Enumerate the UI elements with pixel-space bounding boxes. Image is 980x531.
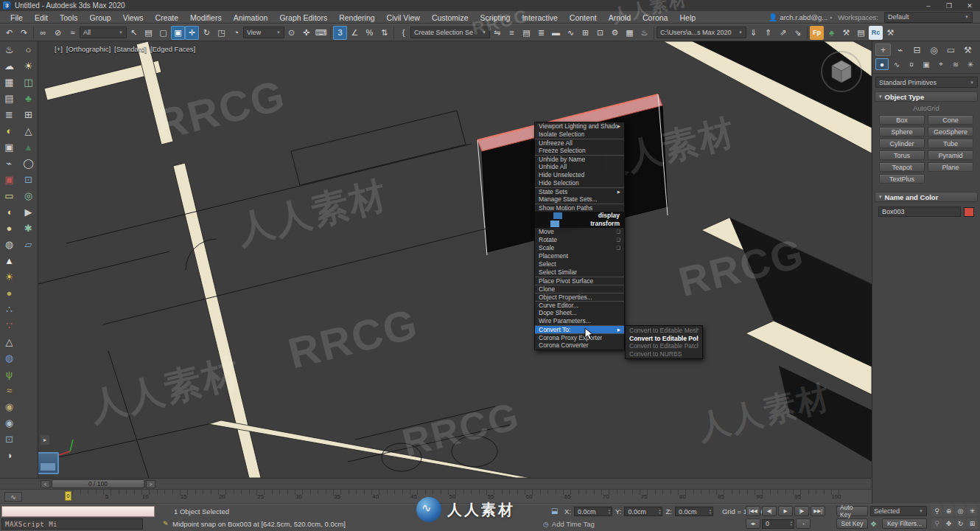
y-coordinate-input[interactable]: 0.0cm ▴▾ bbox=[624, 507, 662, 516]
menu-item[interactable]: Interactive bbox=[516, 12, 563, 24]
viewport[interactable]: [+] [Orthographic] [Standard] [Edged Fac… bbox=[38, 41, 872, 478]
current-frame-input[interactable]: 0 ▴▾ bbox=[762, 519, 794, 529]
redo-icon[interactable]: ↷ bbox=[17, 26, 31, 40]
tab-motion[interactable]: ◎ bbox=[926, 44, 942, 56]
quad-menu-item[interactable]: Rotate bbox=[535, 236, 624, 244]
unlink-selection-icon[interactable]: ⊘ bbox=[51, 26, 65, 40]
quad-menu-item[interactable]: Place Pivot Surface bbox=[535, 277, 624, 285]
scatter-icon[interactable]: ∴ bbox=[0, 301, 18, 317]
bind-to-space-warp-icon[interactable]: ≈ bbox=[66, 26, 80, 40]
render-production-icon[interactable]: ♨ bbox=[637, 26, 651, 40]
viewport-menu-edged-faces[interactable]: [Edged Faces] bbox=[150, 45, 195, 53]
name-color-rollout[interactable]: ▾ Name and Color bbox=[875, 192, 978, 202]
cat-spacewarps[interactable]: ≋ bbox=[949, 58, 962, 70]
cone-light-icon[interactable]: ▲ bbox=[0, 252, 18, 268]
camera-match-icon[interactable]: ▣ bbox=[0, 139, 18, 155]
x-coordinate-input[interactable]: 0.0cm ▴▾ bbox=[574, 507, 612, 516]
time-slider-next-button[interactable]: > bbox=[146, 480, 155, 488]
maxscript-macro-recorder[interactable] bbox=[1, 506, 155, 517]
select-place-icon[interactable]: ◔ bbox=[229, 26, 243, 40]
reference-coordinate-dropdown[interactable]: View▼ bbox=[243, 27, 284, 38]
select-manipulate-icon[interactable]: ✜ bbox=[299, 26, 313, 40]
quad-menu-item[interactable]: Isolate Selection bbox=[535, 131, 624, 139]
quad-menu-item[interactable]: Corona Proxy Exporter bbox=[535, 333, 624, 341]
menu-item[interactable]: Views bbox=[117, 12, 150, 24]
menu-item[interactable]: Animation bbox=[228, 12, 274, 24]
time-slider-handle[interactable]: 0 / 100 bbox=[52, 479, 144, 488]
next-frame-icon[interactable]: |▶ bbox=[794, 506, 809, 516]
asset-merge-icon[interactable]: ⇘ bbox=[791, 26, 805, 40]
viewport-menu-pov[interactable]: [Orthographic] bbox=[66, 45, 111, 53]
layers-copy-icon[interactable]: ⊡ bbox=[19, 171, 38, 187]
mirror-icon[interactable]: ⇋ bbox=[490, 26, 504, 40]
plug-icon[interactable]: ⌁ bbox=[0, 155, 18, 171]
mini-curve-editor-button[interactable]: ∿ bbox=[4, 492, 22, 502]
spinner-icon[interactable]: ▴▾ bbox=[659, 509, 660, 515]
selection-lock-icon[interactable]: ⬓ bbox=[551, 507, 558, 515]
earth-icon[interactable]: ◍ bbox=[0, 350, 18, 366]
minimize-button[interactable]: – bbox=[918, 0, 939, 11]
go-to-end-icon[interactable]: ▶▶| bbox=[811, 506, 825, 516]
quad-menu-item[interactable]: Viewport Lighting and Shadows bbox=[535, 122, 624, 131]
render-frame-icon[interactable]: ▦ bbox=[0, 74, 18, 90]
spinner-icon[interactable]: ▴▾ bbox=[609, 509, 610, 515]
olive-sphere-icon[interactable]: ● bbox=[0, 285, 18, 301]
forest-lister-icon[interactable]: ▤ bbox=[854, 26, 868, 40]
camera-exposure-icon[interactable]: ◫ bbox=[19, 74, 38, 90]
maxscript-mini-listener[interactable]: MAXScript Mi bbox=[1, 518, 143, 530]
primitive-button[interactable]: Teapot bbox=[879, 162, 925, 172]
ribbon-icon[interactable]: ▬ bbox=[549, 26, 563, 40]
corona-render-icon[interactable]: ♨ bbox=[0, 41, 18, 58]
pyramid-export-icon[interactable]: △ bbox=[0, 333, 18, 350]
viewport-menu-shading[interactable]: [Standard] bbox=[114, 45, 147, 53]
menu-item[interactable]: File bbox=[4, 12, 29, 24]
viewport-layout-thumbnail[interactable] bbox=[38, 452, 59, 474]
primitive-button[interactable]: Pyramid bbox=[928, 150, 973, 160]
trees-icon[interactable]: ♣ bbox=[19, 90, 38, 106]
select-move-icon[interactable]: ✛ bbox=[185, 26, 199, 40]
quad-menu-item[interactable]: Curve Editor... bbox=[535, 301, 624, 309]
primitive-button[interactable]: Plane bbox=[928, 162, 973, 172]
menu-item[interactable]: Content bbox=[564, 12, 603, 24]
slate-material-icon[interactable]: ⊡ bbox=[0, 431, 18, 447]
material-library-icon[interactable]: ▤ bbox=[0, 90, 18, 106]
quad-menu-item[interactable]: Corona Converter bbox=[535, 341, 624, 350]
key-filters-button[interactable]: Key Filters... bbox=[882, 518, 927, 529]
asset-save-icon[interactable]: ⇓ bbox=[746, 26, 760, 40]
cat-geometry[interactable]: ● bbox=[875, 58, 889, 70]
spreadsheet-icon[interactable]: ⊞ bbox=[19, 106, 38, 122]
spinner-icon[interactable]: ▴▾ bbox=[791, 521, 792, 527]
cat-helpers[interactable]: ⌖ bbox=[934, 58, 948, 70]
railclone-tools-icon[interactable]: ⚒ bbox=[883, 26, 897, 40]
quad-menu-item[interactable]: Clone bbox=[535, 285, 624, 293]
camera-settings-icon[interactable]: ✱ bbox=[19, 220, 38, 236]
menu-item[interactable]: Edit bbox=[29, 12, 54, 24]
quad-menu-item[interactable]: Hide Unselected bbox=[535, 171, 624, 179]
orbit-icon[interactable]: ↻ bbox=[955, 518, 966, 529]
primitive-button[interactable]: Torus bbox=[879, 150, 925, 160]
mountain-icon[interactable]: △ bbox=[19, 122, 38, 139]
sphere-select-icon[interactable]: ◯ bbox=[19, 155, 38, 171]
maximize-button[interactable]: ❐ bbox=[939, 0, 959, 11]
previous-frame-icon[interactable]: ◀| bbox=[762, 506, 777, 516]
layer-explorer-icon[interactable]: ≣ bbox=[534, 26, 548, 40]
track-bar[interactable]: ∿ 0 510152025303540455055606570758085909… bbox=[0, 489, 872, 503]
tab-hierarchy[interactable]: ⊟ bbox=[909, 44, 925, 56]
select-object-icon[interactable]: ↖ bbox=[127, 26, 141, 40]
project-folder-dropdown[interactable]: C:\Users\a...s Max 2020▼ bbox=[657, 27, 746, 38]
primitive-button[interactable]: TextPlus bbox=[879, 174, 925, 184]
auto-key-button[interactable]: Auto Key bbox=[836, 506, 868, 516]
select-by-name-icon[interactable]: ▤ bbox=[141, 26, 155, 40]
tab-modify[interactable]: ⌁ bbox=[892, 44, 908, 56]
percent-snap-icon[interactable]: % bbox=[363, 26, 377, 40]
named-selection-sets-dropdown[interactable]: Create Selection Se▼ bbox=[410, 27, 490, 38]
workspace-dropdown[interactable]: Default▼ bbox=[884, 12, 973, 23]
submenu-item[interactable]: Convert to Editable Patch bbox=[626, 342, 702, 350]
key-mode-dropdown[interactable]: Selected▼ bbox=[870, 506, 927, 516]
schematic-view-icon[interactable]: ⊞ bbox=[578, 26, 592, 40]
menu-item[interactable]: Rendering bbox=[333, 12, 380, 24]
menu-item[interactable]: Civil View bbox=[381, 12, 426, 24]
zoom-extents-icon[interactable]: ◎ bbox=[955, 506, 966, 516]
cat-shapes[interactable]: ∿ bbox=[890, 58, 903, 70]
tab-display[interactable]: ▭ bbox=[943, 44, 959, 56]
